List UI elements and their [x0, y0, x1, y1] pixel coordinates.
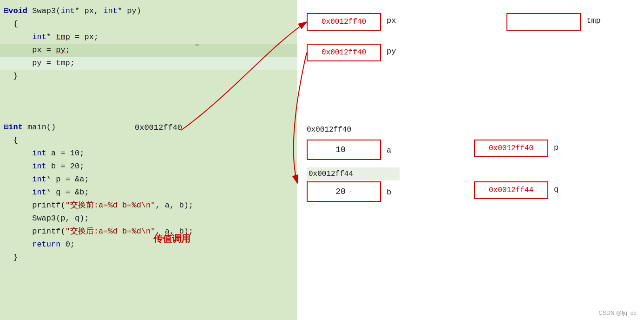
code-line: int a = 10;	[0, 147, 297, 160]
code-line-py: py = tmp;	[0, 57, 297, 70]
px-address-value: 0x0012ff40	[322, 18, 366, 26]
a-value: 10	[335, 145, 346, 154]
code-line: {	[0, 18, 297, 31]
code-line: int b = 20;	[0, 160, 297, 173]
code-line: return 0;	[0, 238, 297, 251]
b-value: 20	[335, 187, 346, 196]
q-label: q	[554, 185, 559, 194]
code-line: {	[0, 134, 297, 147]
code-line: ⊟void Swap3(int* px, int* py)	[0, 5, 297, 18]
code-area: ⊟void Swap3(int* px, int* py) { int* tmp…	[0, 0, 297, 320]
q-address-value: 0x0012ff44	[489, 186, 533, 194]
code-line: int* q = &b;	[0, 186, 297, 199]
addr-label-main: 0x0012ff40	[135, 123, 182, 132]
py-address-value: 0x0012ff40	[322, 48, 366, 57]
edit-icon: ✏	[195, 40, 200, 49]
code-line: Swap3(p, q);	[0, 212, 297, 225]
b-label: b	[387, 188, 391, 197]
tmp-box	[506, 13, 581, 31]
addr-above-b-value: 0x0012ff44	[309, 170, 353, 178]
code-line: }	[0, 70, 297, 83]
code-line: int* p = &a;	[0, 173, 297, 186]
chinese-label: 传值调用	[153, 233, 191, 245]
p-address-box: 0x0012ff40	[474, 140, 548, 157]
b-value-box: 20 ·	[307, 181, 381, 202]
diagram-area: 0x0012ff40 px tmp 0x0012ff40 py 0x0012ff…	[297, 0, 644, 320]
px-address-box: 0x0012ff40	[307, 13, 381, 31]
tmp-label: tmp	[586, 16, 601, 25]
code-line: }	[0, 251, 297, 264]
p-label: p	[554, 143, 559, 152]
code-line: int* tmp = px;	[0, 31, 297, 44]
code-line-highlight: px = py;	[0, 44, 297, 57]
p-address-value: 0x0012ff40	[489, 144, 533, 153]
a-label: a	[387, 146, 391, 155]
addr-above-a: 0x0012ff40	[307, 126, 351, 134]
a-value-box: 10 ·	[307, 140, 381, 160]
watermark: CSDN @ljq_up	[598, 310, 637, 316]
code-line: printf("交换前:a=%d b=%d\n", a, b);	[0, 199, 297, 212]
code-line: printf("交换后:a=%d b=%d\n", a, b);	[0, 225, 297, 238]
py-address-box: 0x0012ff40	[307, 44, 381, 61]
px-label: px	[387, 16, 396, 25]
addr-above-b: 0x0012ff44	[307, 167, 400, 180]
q-address-box: 0x0012ff44	[474, 181, 548, 199]
py-label: py	[387, 47, 396, 56]
